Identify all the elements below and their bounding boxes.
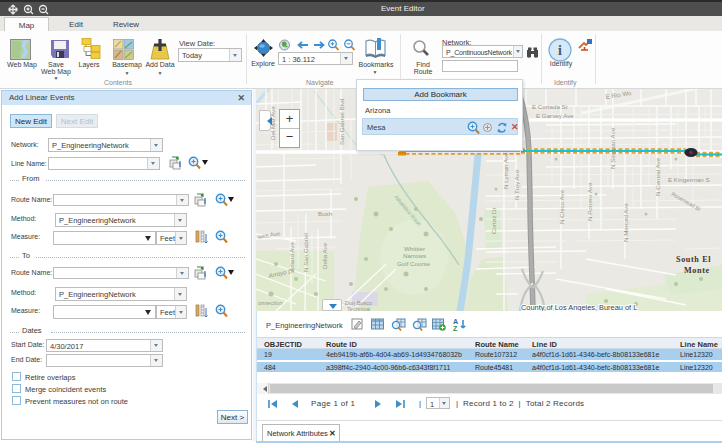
svg-text:onnection: onnection — [258, 300, 282, 306]
svg-text:Golf Course: Golf Course — [397, 260, 431, 267]
svg-text:San Gabriel Blvd: San Gabriel Blvd — [338, 98, 345, 145]
svg-text:E Garvey Ave: E Garvey Ave — [536, 112, 574, 119]
svg-text:County of Los Angeles, Bureau: County of Los Angeles, Bureau of L — [521, 303, 637, 311]
svg-text:N Chico Ave: N Chico Ave — [558, 190, 565, 224]
svg-text:Whittier: Whittier — [404, 245, 425, 252]
svg-text:N Lyman Ave: N Lyman Ave — [502, 152, 509, 189]
svg-text:E Kingerman S: E Kingerman S — [668, 176, 710, 183]
svg-text:i: i — [558, 43, 562, 58]
svg-text:Narrows: Narrows — [403, 252, 426, 259]
svg-text:Monte: Monte — [684, 266, 710, 275]
svg-text:Della Ave: Della Ave — [321, 242, 328, 269]
svg-text:N Merced Ave: N Merced Ave — [622, 203, 629, 242]
svg-text:E Cortada St: E Cortada St — [532, 103, 568, 110]
svg-text:Bush: Bush — [318, 210, 333, 217]
svg-text:N Central Ave: N Central Ave — [654, 157, 661, 196]
svg-text:N Potrero Ave: N Potrero Ave — [586, 182, 593, 221]
svg-text:N San Gabriel: N San Gabriel — [302, 233, 309, 272]
svg-text:Arland Ave: Arland Ave — [288, 242, 295, 272]
svg-text:Z: Z — [453, 325, 458, 331]
svg-text:N Seaman Ave: N Seaman Ave — [609, 127, 616, 169]
svg-text:A: A — [453, 318, 458, 325]
svg-text:N Troy Ave: N Troy Ave — [513, 169, 520, 200]
svg-text:Cortez Dr: Cortez Dr — [490, 208, 497, 234]
svg-text:South El: South El — [676, 255, 711, 264]
